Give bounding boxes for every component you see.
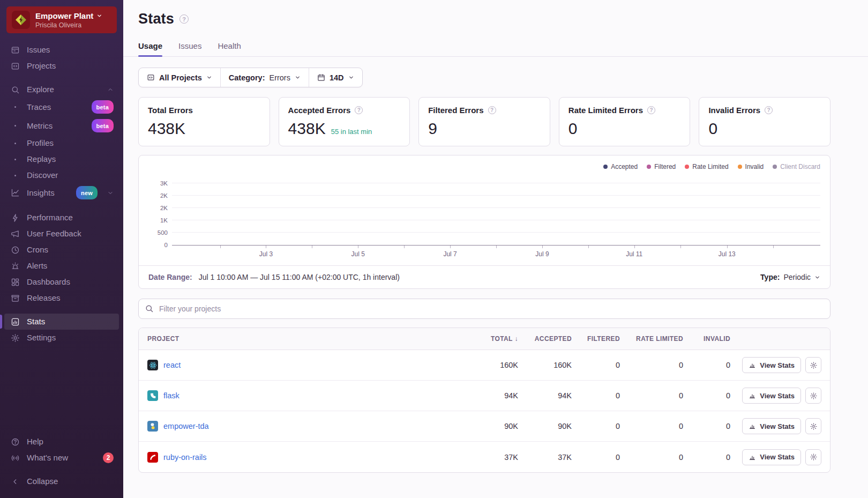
project-link[interactable]: empower-tda <box>163 422 209 430</box>
legend-label: Rate Limited <box>692 163 728 170</box>
column-header-accepted[interactable]: ACCEPTED <box>518 335 572 343</box>
tab-issues[interactable]: Issues <box>178 41 201 56</box>
sidebar-item-what-s-new[interactable]: What's new2 <box>4 450 119 466</box>
help-icon[interactable]: ? <box>355 106 363 114</box>
y-axis-label: 0 <box>147 242 168 248</box>
sidebar-item-replays[interactable]: Replays <box>4 151 119 167</box>
help-icon <box>10 436 20 447</box>
sort-desc-icon: ↓ <box>513 335 518 343</box>
type-value: Periodic <box>783 273 811 281</box>
sidebar-item-projects[interactable]: Projects <box>4 58 119 74</box>
legend-label: Invalid <box>745 163 764 170</box>
sidebar-item-profiles[interactable]: Profiles <box>4 135 119 151</box>
category-filter-dropdown[interactable]: Category: Errors <box>220 68 309 87</box>
legend-item-accepted[interactable]: Accepted <box>603 163 638 170</box>
column-header-total[interactable]: TOTAL ↓ <box>462 335 518 343</box>
legend-dot-icon <box>738 165 742 169</box>
x-axis-tick <box>588 246 589 248</box>
column-header-rate-limited[interactable]: RATE LIMITED <box>620 335 683 343</box>
python-platform-icon <box>147 421 158 432</box>
releases-icon <box>10 293 20 303</box>
search-input[interactable] <box>138 299 830 319</box>
legend-item-client-discard[interactable]: Client Discard <box>773 163 820 170</box>
rate-limited-value: 0 <box>620 422 683 430</box>
sidebar-item-stats[interactable]: Stats <box>4 314 119 330</box>
y-axis-label: 2K <box>147 192 168 199</box>
project-link[interactable]: ruby-on-rails <box>163 453 207 462</box>
bullet-icon <box>10 175 20 176</box>
help-icon[interactable]: ? <box>488 106 496 114</box>
sidebar-item-crons[interactable]: Crons <box>4 242 119 258</box>
legend-item-rate-limited[interactable]: Rate Limited <box>685 163 728 170</box>
y-axis-label: 2K <box>147 205 168 211</box>
column-header-filtered[interactable]: FILTERED <box>572 335 620 343</box>
stat-card-total-errors: Total Errors438K <box>138 97 270 146</box>
project-settings-button[interactable] <box>805 388 821 404</box>
project-settings-button[interactable] <box>805 418 821 434</box>
sidebar-section-gap <box>4 306 119 314</box>
project-filter-dropdown[interactable]: All Projects <box>139 68 220 87</box>
sidebar-item-dashboards[interactable]: Dashboards <box>4 274 119 290</box>
stacked-bar-chart[interactable]: 05001K2K2K3K <box>172 176 820 246</box>
sidebar-item-user-feedback[interactable]: User Feedback <box>4 226 119 242</box>
crons-icon <box>10 244 20 255</box>
view-stats-button[interactable]: View Stats <box>742 388 801 404</box>
legend-item-invalid[interactable]: Invalid <box>738 163 764 170</box>
y-axis-label: 3K <box>147 180 168 187</box>
accepted-value: 90K <box>518 422 572 430</box>
view-stats-label: View Stats <box>760 392 795 400</box>
legend-item-filtered[interactable]: Filtered <box>647 163 676 170</box>
page-help-icon[interactable]: ? <box>179 14 189 24</box>
stat-card-value: 438K <box>148 120 185 138</box>
sidebar-item-settings[interactable]: Settings <box>4 330 119 346</box>
project-link[interactable]: flask <box>163 391 179 400</box>
chart-type-dropdown[interactable]: Type: Periodic <box>760 273 820 281</box>
sidebar-item-releases[interactable]: Releases <box>4 290 119 306</box>
stat-card-invalid-errors: Invalid Errors?0 <box>699 97 830 146</box>
sidebar-section-gap <box>4 202 119 210</box>
x-axis-tick <box>266 246 266 248</box>
sidebar-item-help[interactable]: Help <box>4 434 119 450</box>
sidebar-item-traces[interactable]: Tracesbeta <box>4 98 119 116</box>
beta-badge: beta <box>92 119 114 132</box>
chevron-down-icon <box>96 13 102 19</box>
rate-limited-value: 0 <box>620 453 683 462</box>
org-switcher[interactable]: Empower Plant Priscila Oliveira <box>6 6 117 33</box>
y-axis-label: 1K <box>147 217 168 224</box>
project-link[interactable]: react <box>163 361 181 369</box>
stat-card-value: 9 <box>428 120 437 138</box>
x-axis-tick <box>358 246 358 248</box>
beta-badge: beta <box>92 100 114 114</box>
sidebar-item-collapse[interactable]: Collapse <box>4 473 119 489</box>
date-range-dropdown[interactable]: 14D <box>309 68 362 87</box>
table-row: ruby-on-rails37K37K000View Stats <box>139 442 830 472</box>
sidebar-item-performance[interactable]: Performance <box>4 210 119 226</box>
sidebar-item-issues[interactable]: Issues <box>4 42 119 58</box>
sidebar-item-metrics[interactable]: Metricsbeta <box>4 116 119 135</box>
project-settings-button[interactable] <box>805 449 821 465</box>
x-axis-label: Jul 13 <box>719 250 736 258</box>
chevron-down-icon <box>206 75 212 80</box>
tab-health[interactable]: Health <box>218 41 241 56</box>
stat-card-title: Rate Limited Errors <box>568 106 643 115</box>
legend-dot-icon <box>773 165 777 169</box>
tab-usage[interactable]: Usage <box>138 41 162 56</box>
view-stats-button[interactable]: View Stats <box>742 449 801 465</box>
sidebar-item-explore[interactable]: Explore <box>4 81 119 98</box>
column-header-project[interactable]: PROJECT <box>147 335 462 343</box>
sidebar-item-discover[interactable]: Discover <box>4 167 119 183</box>
sidebar-item-alerts[interactable]: Alerts <box>4 258 119 274</box>
help-icon[interactable]: ? <box>765 106 773 114</box>
project-settings-button[interactable] <box>805 357 821 373</box>
bar-chart-icon <box>749 361 756 369</box>
sidebar-item-label: What's new <box>27 452 68 463</box>
chart-legend: AcceptedFilteredRate LimitedInvalidClien… <box>139 155 830 172</box>
view-stats-button[interactable]: View Stats <box>742 418 801 434</box>
sidebar-item-insights[interactable]: Insightsnew <box>4 183 119 202</box>
view-stats-button[interactable]: View Stats <box>742 357 801 373</box>
column-header-invalid[interactable]: INVALID <box>683 335 730 343</box>
help-icon[interactable]: ? <box>647 106 655 114</box>
sidebar-item-label: Profiles <box>27 138 54 148</box>
react-platform-icon <box>147 360 158 370</box>
dashboards-icon <box>10 277 20 287</box>
